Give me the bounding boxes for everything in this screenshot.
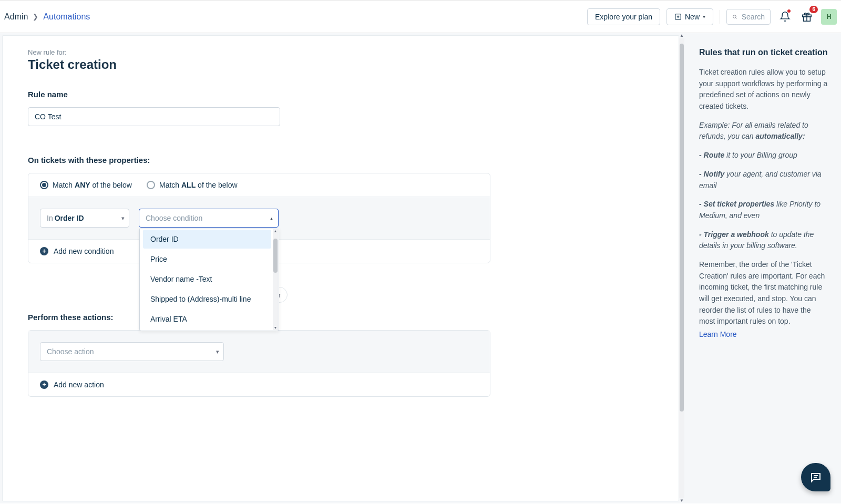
sidebar-bullet-setprops: - Set ticket properties like Priority to…: [699, 199, 828, 221]
actions-box: Choose action ▾ + Add new action: [28, 330, 490, 397]
sidebar-order-note: Remember, the order of the 'Ticket Creat…: [699, 259, 828, 327]
notification-dot: [787, 9, 791, 13]
main-scrollbar[interactable]: ▲ ▼: [679, 33, 684, 503]
chat-fab[interactable]: [801, 463, 830, 491]
dropdown-item-price[interactable]: Price: [143, 250, 271, 269]
dropdown-scrollbar[interactable]: ▲ ▼: [273, 229, 278, 330]
top-header: Admin ❯ Automations Explore your plan Ne…: [0, 0, 841, 33]
sidebar-intro: Ticket creation rules allow you to setup…: [699, 67, 828, 112]
condition-dropdown: Order ID Price Vendor name -Text Shipped…: [139, 229, 279, 331]
explore-plan-label: Explore your plan: [595, 13, 652, 21]
match-all-text: Match ALL of the below: [159, 181, 238, 189]
top-right-controls: Explore your plan New ▾ Search 6 H: [587, 8, 837, 25]
scroll-thumb[interactable]: [680, 44, 684, 412]
action-placeholder: Choose action: [47, 347, 94, 356]
bell-icon: [780, 11, 791, 22]
new-rule-superscript: New rule for:: [28, 48, 653, 56]
dropdown-scroll-thumb[interactable]: [273, 239, 278, 273]
new-button[interactable]: New ▾: [666, 8, 713, 25]
dropdown-item-arrival-eta[interactable]: Arrival ETA: [143, 310, 271, 328]
explore-plan-button[interactable]: Explore your plan: [587, 8, 660, 25]
scroll-down-icon: ▼: [680, 498, 684, 503]
learn-more-link[interactable]: Learn More: [699, 330, 737, 338]
condition-placeholder: Choose condition: [146, 214, 202, 222]
scroll-up-icon: ▲: [274, 229, 278, 233]
search-placeholder-text: Search: [742, 13, 765, 21]
gift-badge: 6: [809, 6, 818, 13]
add-condition-label: Add new condition: [54, 247, 114, 255]
avatar[interactable]: H: [821, 9, 837, 25]
svg-point-3: [733, 15, 736, 18]
action-select[interactable]: Choose action ▾: [40, 342, 224, 361]
chevron-down-icon: ▾: [703, 14, 705, 19]
plus-square-icon: [674, 13, 682, 20]
match-row: Match ANY of the below Match ALL of the …: [28, 173, 490, 197]
chevron-down-icon: ▾: [216, 348, 219, 355]
add-action-button[interactable]: + Add new action: [28, 373, 490, 396]
match-any-radio[interactable]: Match ANY of the below: [40, 181, 132, 189]
page-title: Ticket creation: [28, 57, 653, 72]
scroll-down-icon: ▼: [274, 326, 278, 330]
condition-select[interactable]: Choose condition ▴: [139, 209, 279, 228]
sidebar-bullet-route: - Route it to your Billing group: [699, 150, 828, 161]
radio-checked-icon: [40, 181, 48, 189]
sidebar-bullet-trigger: - Trigger a webhook to update the detail…: [699, 229, 828, 252]
search-icon: [732, 13, 737, 20]
avatar-letter: H: [827, 13, 832, 20]
radio-unchecked-icon: [147, 181, 155, 189]
match-any-text: Match ANY of the below: [53, 181, 132, 189]
rule-name-input[interactable]: [28, 107, 280, 126]
sidebar-bullet-notify: - Notify your agent, and customer via em…: [699, 169, 828, 191]
scroll-track[interactable]: [679, 38, 684, 498]
search-input[interactable]: Search: [726, 9, 771, 25]
new-label: New: [685, 13, 700, 21]
in-prefix: In: [47, 214, 53, 222]
sidebar-example: Example: For all emails related to refun…: [699, 120, 828, 142]
gifts-button[interactable]: 6: [799, 9, 815, 25]
field-value: Order ID: [55, 214, 84, 222]
chevron-down-icon: ▾: [121, 215, 125, 222]
dropdown-item-vendor-name[interactable]: Vendor name -Text: [143, 270, 271, 289]
chat-icon: [809, 471, 822, 484]
condition-row: In Order ID ▾ Choose condition ▴ Order I…: [28, 197, 490, 239]
breadcrumb: Admin ❯ Automations: [4, 12, 90, 22]
action-row: Choose action ▾: [28, 331, 490, 373]
actions-section-label: Perform these actions:: [28, 313, 653, 322]
svg-line-4: [736, 17, 737, 18]
help-sidebar: Rules that run on ticket creation Ticket…: [684, 33, 841, 503]
dropdown-item-order-id[interactable]: Order ID: [143, 230, 271, 249]
plus-circle-icon: +: [40, 247, 48, 255]
header-divider: [720, 10, 720, 24]
conditions-box: Match ANY of the below Match ALL of the …: [28, 173, 490, 263]
rule-name-label: Rule name: [28, 90, 653, 99]
add-action-label: Add new action: [54, 380, 104, 389]
body-wrap: New rule for: Ticket creation Rule name …: [0, 33, 841, 503]
scroll-up-icon: ▲: [680, 33, 684, 38]
chevron-up-icon: ▴: [270, 215, 273, 221]
sidebar-title: Rules that run on ticket creation: [699, 48, 828, 57]
match-all-radio[interactable]: Match ALL of the below: [147, 181, 238, 189]
plus-circle-icon: +: [40, 380, 48, 389]
notifications-button[interactable]: [777, 9, 793, 25]
breadcrumb-admin[interactable]: Admin: [4, 12, 28, 22]
main-panel: New rule for: Ticket creation Rule name …: [2, 35, 679, 501]
breadcrumb-automations[interactable]: Automations: [43, 12, 90, 22]
field-select[interactable]: In Order ID ▾: [40, 209, 129, 228]
properties-section-label: On tickets with these properties:: [28, 156, 653, 164]
dropdown-item-shipped-to[interactable]: Shipped to (Address)-multi line: [143, 290, 271, 308]
chevron-right-icon: ❯: [33, 13, 38, 20]
